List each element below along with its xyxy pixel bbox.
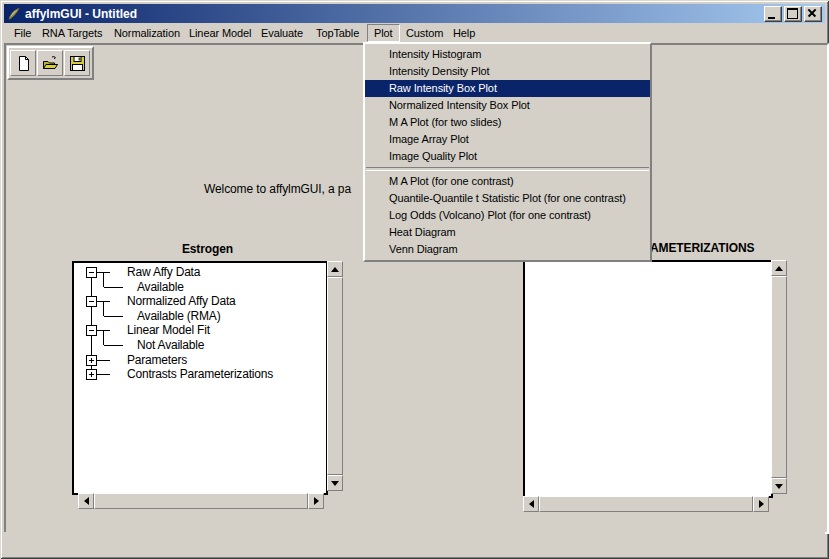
maximize-icon[interactable] — [784, 6, 802, 22]
scrollbar-thumb[interactable] — [327, 277, 343, 475]
tree-item-contrasts-parameterizations[interactable]: Contrasts Parameterizations — [127, 367, 273, 381]
scrollbar-up-button[interactable] — [771, 260, 787, 276]
menu-linear-model[interactable]: Linear Model — [189, 25, 251, 41]
welcome-text: Welcome to affylmGUI, a pa — [204, 182, 351, 196]
contrasts-listbox[interactable] — [523, 260, 773, 498]
menu-item-image-quality-plot[interactable]: Image Quality Plot — [365, 148, 650, 165]
menu-bar: File RNA Targets Normalization Linear Mo… — [4, 23, 825, 43]
menu-separator — [366, 167, 649, 171]
status-tree-canvas[interactable]: Raw Affy Data Available Normalized Affy … — [72, 261, 328, 495]
menu-help[interactable]: Help — [453, 25, 475, 41]
menu-item-log-odds-volcano-plot[interactable]: Log Odds (Volcano) Plot (for one contras… — [365, 207, 650, 224]
tree-item-raw-affy-data[interactable]: Raw Affy Data — [127, 265, 200, 279]
open-file-button[interactable] — [37, 50, 63, 76]
tree-vertical-scrollbar[interactable] — [327, 261, 343, 491]
tree-item-raw-affy-status[interactable]: Available — [137, 280, 184, 294]
window-title: affylmGUI - Untitled — [25, 7, 137, 21]
down-arrow-icon — [775, 484, 783, 489]
save-file-button[interactable] — [64, 50, 90, 76]
new-document-icon — [15, 55, 32, 72]
menu-item-heat-diagram[interactable]: Heat Diagram — [365, 224, 650, 241]
menu-item-raw-intensity-box-plot[interactable]: Raw Intensity Box Plot — [365, 80, 650, 97]
menu-evaluate[interactable]: Evaluate — [261, 25, 303, 41]
menu-plot[interactable]: Plot — [367, 24, 400, 42]
menu-normalization[interactable]: Normalization — [114, 25, 180, 41]
tree-expand-toggle[interactable] — [86, 355, 97, 366]
scrollbar-thumb[interactable] — [771, 276, 787, 478]
scrollbar-down-button[interactable] — [771, 478, 787, 494]
tree-item-linear-model-status[interactable]: Not Available — [137, 338, 204, 352]
right-arrow-icon — [759, 500, 764, 508]
scrollbar-right-button[interactable] — [753, 496, 769, 512]
new-file-button[interactable] — [10, 50, 36, 76]
application-window: affylmGUI - Untitled File RNA Targets No… — [0, 0, 829, 559]
scrollbar-left-button[interactable] — [523, 496, 539, 512]
tree-item-normalized-status[interactable]: Available (RMA) — [137, 309, 220, 323]
plot-dropdown-menu: Intensity Histogram Intensity Density Pl… — [363, 42, 652, 262]
window-controls — [764, 6, 822, 22]
menu-rna-targets[interactable]: RNA Targets — [42, 25, 102, 41]
menu-toptable[interactable]: TopTable — [316, 25, 359, 41]
scrollbar-left-button[interactable] — [78, 493, 94, 509]
left-panel-title: Estrogen — [72, 242, 343, 256]
title-bar[interactable]: affylmGUI - Untitled — [4, 4, 825, 23]
up-arrow-icon — [775, 266, 783, 271]
down-arrow-icon — [331, 481, 339, 486]
tree-expand-toggle[interactable] — [86, 369, 97, 380]
left-arrow-icon — [529, 500, 534, 508]
tree-item-normalized-affy-data[interactable]: Normalized Affy Data — [127, 294, 236, 308]
tree-collapse-toggle[interactable] — [86, 325, 97, 336]
right-panel-title-visible: AMETERIZATIONS — [650, 241, 754, 255]
listbox-horizontal-scrollbar[interactable] — [523, 496, 769, 512]
scrollbar-thumb[interactable] — [539, 496, 753, 512]
menu-item-qq-t-statistic-plot[interactable]: Quantile-Quantile t Statistic Plot (for … — [365, 190, 650, 207]
tree-item-parameters[interactable]: Parameters — [127, 353, 187, 367]
menu-item-ma-plot-one-contrast[interactable]: M A Plot (for one contrast) — [365, 173, 650, 190]
menu-item-ma-plot-two-slides[interactable]: M A Plot (for two slides) — [365, 114, 650, 131]
scrollbar-thumb[interactable] — [94, 493, 308, 509]
status-bar-area — [4, 532, 825, 555]
scrollbar-right-button[interactable] — [308, 493, 324, 509]
toolbar — [7, 46, 94, 80]
listbox-vertical-scrollbar[interactable] — [771, 260, 787, 494]
scrollbar-down-button[interactable] — [327, 475, 343, 491]
up-arrow-icon — [331, 267, 339, 272]
menu-item-intensity-histogram[interactable]: Intensity Histogram — [365, 46, 650, 63]
minimize-icon[interactable] — [764, 6, 782, 22]
tree-collapse-toggle[interactable] — [86, 267, 97, 278]
feather-app-icon — [6, 7, 22, 21]
tree-item-linear-model-fit[interactable]: Linear Model Fit — [127, 323, 210, 337]
tree-horizontal-scrollbar[interactable] — [78, 493, 324, 509]
left-arrow-icon — [84, 497, 89, 505]
right-arrow-icon — [314, 497, 319, 505]
menu-file[interactable]: File — [14, 25, 31, 41]
scrollbar-up-button[interactable] — [327, 261, 343, 277]
tree-collapse-toggle[interactable] — [86, 296, 97, 307]
open-folder-icon — [42, 55, 59, 72]
menu-item-image-array-plot[interactable]: Image Array Plot — [365, 131, 650, 148]
save-floppy-icon — [69, 55, 86, 72]
menu-item-intensity-density-plot[interactable]: Intensity Density Plot — [365, 63, 650, 80]
menu-custom[interactable]: Custom — [406, 25, 443, 41]
menu-item-venn-diagram[interactable]: Venn Diagram — [365, 241, 650, 258]
close-icon[interactable] — [804, 6, 822, 22]
menu-item-normalized-intensity-box-plot[interactable]: Normalized Intensity Box Plot — [365, 97, 650, 114]
